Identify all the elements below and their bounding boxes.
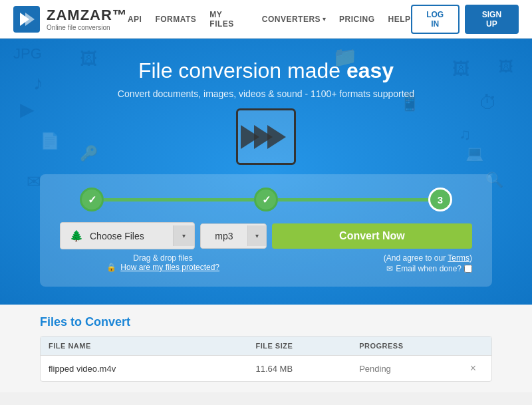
step-line-2 [278,198,428,202]
nav-api[interactable]: API [128,15,142,24]
table-row: flipped video.m4v 11.64 MB Pending × [41,356,491,381]
converters-chevron-icon: ▾ [323,15,326,23]
steps-bar: 3 [60,188,472,211]
hero-subtitle: Convert documents, images, videos & soun… [0,88,532,99]
row-filename: flipped video.m4v [49,364,255,374]
logo-text: ZAMZAR™ Online file conversion [47,7,128,31]
logo-tagline: Online file conversion [47,24,128,31]
signup-button[interactable]: SIGN UP [465,5,519,34]
drag-drop-label: Drag & drop files [60,253,266,263]
choose-files-dropdown-arrow[interactable]: ▾ [173,225,194,246]
below-controls: Drag & drop files 🔒 How are my files pro… [60,253,472,273]
lock-icon: 🔒 [106,263,116,272]
nav-my-files[interactable]: MY FILES [209,10,248,29]
row-progress: Pending [359,364,463,374]
files-section: Files to Convert FILE NAME FILE SIZE PRO… [0,305,532,392]
email-label: Email when done? [396,264,462,273]
choose-files-button[interactable]: 🌲 Choose Files [61,223,173,249]
step-line-1 [104,198,254,202]
files-title: Files to Convert [40,315,492,329]
step-1-checkmark [88,194,96,206]
logo-brand: ZAMZAR™ [47,7,128,24]
format-chevron-icon: ▾ [255,232,259,239]
col-header-filename: FILE NAME [49,342,255,350]
hero-section: JPG ♪ 🖼 ▶ 📄 🖼 ⏱ ♫ 🖼 📁 📱 💻 🔑 ✉ 🔍 File con… [0,39,532,305]
logo-area: ZAMZAR™ Online file conversion [13,6,128,33]
col-header-filesize: FILE SIZE [255,342,359,350]
table-header: FILE NAME FILE SIZE PROGRESS [41,337,491,356]
nav-help[interactable]: HELP [388,15,411,24]
controls-row: 🌲 Choose Files ▾ mp3 ▾ Convert Now [60,222,472,249]
choose-dropdown-chevron-icon: ▾ [182,232,186,239]
terms-link[interactable]: Terms [448,253,469,263]
email-row: ✉ Email when done? [266,264,472,273]
format-value: mp3 [201,224,247,248]
choose-files-group: 🌲 Choose Files ▾ [60,222,195,249]
logo-icon [13,6,40,33]
nav-converters-label[interactable]: CONVERTERS [262,15,321,24]
files-title-colored: Convert [85,315,130,329]
header: ZAMZAR™ Online file conversion API FORMA… [0,0,532,39]
nav-formats[interactable]: FORMATS [155,15,196,24]
col-header-action [463,342,483,350]
file-protection-anchor[interactable]: How are my files protected? [120,263,219,272]
agree-label: (And agree to our [384,253,448,263]
format-select-group: mp3 ▾ [200,223,267,249]
row-remove-button[interactable]: × [463,362,483,374]
play-icon-box [236,108,296,165]
email-checkbox-icon: ✉ [386,264,393,273]
nav-links: API FORMATS MY FILES CONVERTERS ▾ PRICIN… [128,10,411,29]
col-header-progress: PROGRESS [359,342,463,350]
hero-content: File conversion made easy Convert docume… [0,39,532,287]
play-arrows [246,125,286,149]
login-button[interactable]: LOG IN [411,5,460,34]
hero-title: File conversion made easy [0,59,532,83]
step-3-circle: 3 [428,188,452,211]
files-table: FILE NAME FILE SIZE PROGRESS flipped vid… [40,336,492,382]
nav-pricing[interactable]: PRICING [339,15,375,24]
row-filesize: 11.64 MB [255,364,359,374]
step-1-circle [80,188,104,211]
hero-image [0,108,532,165]
upload-icon: 🌲 [70,229,83,242]
format-dropdown-arrow[interactable]: ▾ [247,225,266,246]
email-checkbox[interactable] [464,265,472,273]
convert-now-button[interactable]: Convert Now [272,223,472,249]
nav-converters[interactable]: CONVERTERS ▾ [262,15,326,24]
right-info: (And agree to our Terms) ✉ Email when do… [266,253,472,273]
nav-auth: LOG IN SIGN UP [411,5,519,34]
file-protection-link: 🔒 How are my files protected? [60,263,266,272]
converter-panel: 3 🌲 Choose Files ▾ mp3 ▾ [40,174,492,287]
step-3-label: 3 [438,194,443,205]
arrow-tri-3 [267,125,286,149]
step-2-circle [254,188,278,211]
choose-files-label: Choose Files [90,231,144,241]
left-info: Drag & drop files 🔒 How are my files pro… [60,253,266,273]
step-2-checkmark [262,194,271,206]
files-title-plain: Files to [40,315,85,329]
terms-row: (And agree to our Terms) [266,253,472,263]
